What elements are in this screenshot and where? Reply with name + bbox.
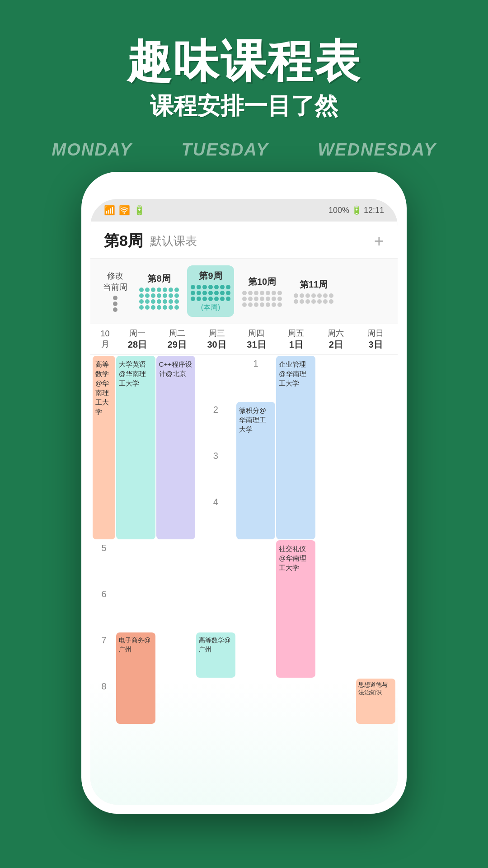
cell-sat-4 <box>316 494 356 539</box>
cell-wed-8 <box>196 679 235 724</box>
cell-sun-6 <box>356 586 395 632</box>
header-day-fri: 周五 1日 <box>276 324 316 354</box>
period-4: 4 <box>196 494 235 539</box>
week9-dots <box>191 285 230 301</box>
cell-sat-6 <box>316 586 356 632</box>
period-8: 8 <box>93 679 115 724</box>
cell-tue-8 <box>156 679 196 724</box>
cell-thu-1 <box>196 356 235 401</box>
header-day-sat: 周六 2日 <box>316 324 356 354</box>
cell-thu-8 <box>236 679 276 724</box>
period-2: 2 <box>196 402 235 447</box>
phone-mockup: 📶 🛜 🔋 100% 🔋 12:11 第8周 默认课表 + <box>81 172 407 814</box>
cell-sun-4 <box>356 494 395 539</box>
week-selector-inner: 修改当前周 第8周 <box>99 265 389 317</box>
timetable-header: 10月 周一 28日 周二 29日 周三 30日 周四 31日 <box>90 324 398 355</box>
status-left: 📶 🛜 🔋 <box>104 205 145 216</box>
period-3: 3 <box>196 448 235 493</box>
day-label-wednesday: WEDNESDAY <box>318 140 436 160</box>
cell-sat-1 <box>316 356 356 401</box>
cell-sat-7 <box>316 632 356 678</box>
cell-sat-5 <box>316 540 356 585</box>
header-day-mon: 周一 28日 <box>117 324 157 354</box>
this-week-label: (本周) <box>201 303 221 312</box>
cell-sun-2 <box>356 402 395 447</box>
week-item-11[interactable]: 第11周 <box>290 274 337 308</box>
week-item-8[interactable]: 第8周 <box>136 268 183 314</box>
cell-thu-5 <box>236 540 276 585</box>
day-labels: MONDAY TUESDAY WEDNESDAY <box>0 127 488 173</box>
cell-tue-6 <box>156 586 196 632</box>
week9-label: 第9周 <box>199 270 222 282</box>
cell-wed-6 <box>196 586 235 632</box>
week-title: 第8周 <box>104 231 143 251</box>
course-math[interactable]: 高等数学@华南理工大学 <box>93 356 115 539</box>
period-6: 6 <box>93 586 115 632</box>
course-math-gz[interactable]: 高等数学@广州 <box>196 632 235 678</box>
day-label-monday: MONDAY <box>52 140 132 160</box>
course-social[interactable]: 社交礼仪@华南理工大学 <box>276 540 315 678</box>
week-item-10[interactable]: 第10周 <box>239 271 286 311</box>
header-day-tue: 周二 29日 <box>157 324 197 354</box>
status-bar: 📶 🛜 🔋 100% 🔋 12:11 <box>90 199 398 222</box>
cell-sun-1 <box>356 356 395 401</box>
timetable-body-wrapper: 1 高等数学@华南理工大学 大学英语@华南理工大学 C++程序设计@北京 <box>90 355 398 805</box>
sub-title: 课程安排一目了然 <box>0 90 488 122</box>
timetable-grid: 1 高等数学@华南理工大学 大学英语@华南理工大学 C++程序设计@北京 <box>90 355 398 805</box>
app-content: 第8周 默认课表 + 修改当前周 <box>90 222 398 805</box>
course-english[interactable]: 大学英语@华南理工大学 <box>116 356 155 539</box>
week11-label: 第11周 <box>300 278 328 291</box>
header-day-sun: 周日 3日 <box>356 324 395 354</box>
cell-fri-8 <box>276 679 315 724</box>
period-7: 7 <box>93 632 115 678</box>
cell-sat-8 <box>316 679 356 724</box>
week-item-9[interactable]: 第9周 (本周) <box>187 265 234 317</box>
time: 12:11 <box>364 206 384 215</box>
app-header-left: 第8周 默认课表 <box>104 231 197 251</box>
cell-thu-4 <box>236 494 276 539</box>
cell-wed-5 <box>196 540 235 585</box>
header-month: 10月 <box>93 324 117 354</box>
course-ideology[interactable]: 思想道德与法治知识 <box>356 679 395 724</box>
period-5: 5 <box>93 540 115 585</box>
cell-thu-7 <box>236 632 276 678</box>
cell-sun-7 <box>356 632 395 678</box>
week-selector: 修改当前周 第8周 <box>90 259 398 324</box>
status-right: 100% 🔋 12:11 <box>328 205 384 215</box>
week8-dots <box>139 288 179 310</box>
cell-tue-7 <box>156 632 196 678</box>
header-day-thu: 周四 31日 <box>237 324 277 354</box>
week10-label: 第10周 <box>248 276 276 288</box>
week10-dots <box>242 291 282 307</box>
add-button[interactable]: + <box>374 231 384 251</box>
wifi-icon: 🛜 <box>119 205 130 216</box>
period-1: 1 <box>236 356 276 401</box>
header-section: 趣味课程表 课程安排一目了然 MONDAY TUESDAY WEDNESDAY <box>0 0 488 173</box>
course-management[interactable]: 企业管理@华南理工大学 <box>276 356 315 539</box>
header-day-wed: 周三 30日 <box>197 324 237 354</box>
modify-week[interactable]: 修改当前周 <box>99 270 131 312</box>
course-ecommerce[interactable]: 电子商务@广州 <box>116 632 155 724</box>
signal-icon: 📶 <box>104 205 115 216</box>
charge-icon: 🔋 <box>134 205 145 216</box>
cell-mon-5 <box>116 540 155 585</box>
week8-label: 第8周 <box>147 273 170 285</box>
battery-percent: 100% <box>328 206 349 215</box>
cell-sat-2 <box>316 402 356 447</box>
day-label-tuesday: TUESDAY <box>182 140 269 160</box>
battery-icon: 🔋 <box>352 206 364 215</box>
phone-screen: 📶 🛜 🔋 100% 🔋 12:11 第8周 默认课表 + <box>90 199 398 805</box>
schedule-name: 默认课表 <box>150 233 197 249</box>
main-title: 趣味课程表 <box>0 36 488 86</box>
cell-thu-6 <box>236 586 276 632</box>
week11-dots <box>294 293 333 304</box>
cell-sat-3 <box>316 448 356 493</box>
cell-tue-5 <box>156 540 196 585</box>
course-cpp[interactable]: C++程序设计@北京 <box>156 356 196 539</box>
cell-sun-3 <box>356 448 395 493</box>
app-header: 第8周 默认课表 + <box>90 222 398 259</box>
cell-sun-5 <box>356 540 395 585</box>
cell-mon-6 <box>116 586 155 632</box>
